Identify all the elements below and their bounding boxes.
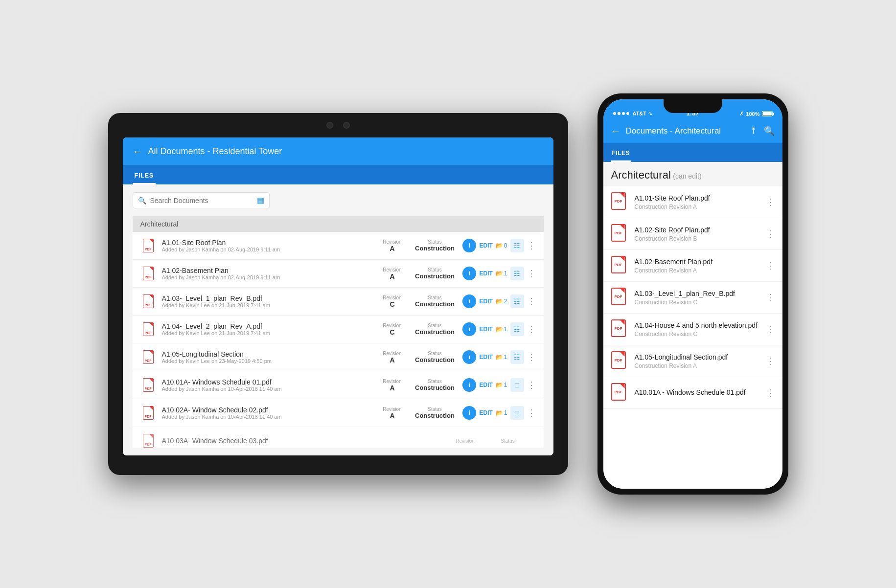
edit-button[interactable]: EDIT	[479, 409, 492, 416]
pdf-icon-body: PDF	[611, 192, 626, 210]
view-button[interactable]: ☷	[510, 350, 524, 364]
view-button[interactable]: ☷	[510, 322, 524, 336]
more-button[interactable]: ⋮	[527, 352, 536, 362]
info-button[interactable]: i	[462, 239, 476, 252]
file-revision: Revision C	[377, 295, 407, 308]
phone-file-info: A1.03-_Level_1_plan_Rev_B.pdf Constructi…	[635, 289, 760, 306]
folder-button[interactable]: 📂 1	[496, 270, 507, 277]
file-actions: i EDIT 📂 1 □ ⋮	[462, 378, 535, 392]
phone-file-name: A1.01-Site Roof Plan.pdf	[635, 194, 760, 203]
edit-button[interactable]: EDIT	[479, 354, 492, 361]
folder-button[interactable]: 📂 1	[496, 382, 507, 388]
edit-button[interactable]: EDIT	[479, 298, 492, 305]
signal-dot-4	[626, 112, 629, 115]
phone-header: ← Documents - Architectural ⤒ 🔍	[603, 119, 782, 143]
search-bar: 🔍 ▦	[133, 192, 270, 208]
file-status: Status Construction	[413, 323, 457, 336]
more-button[interactable]: ⋮	[527, 296, 536, 307]
search-input[interactable]	[150, 197, 253, 204]
more-button[interactable]: ⋮	[527, 324, 536, 335]
edit-button[interactable]: EDIT	[479, 382, 492, 388]
view-button[interactable]: ☷	[510, 239, 524, 252]
folder-button[interactable]: 📂 1	[496, 409, 507, 416]
tablet-camera-row	[326, 122, 350, 129]
phone-file-info: A1.02-Basement Plan.pdf Construction Rev…	[635, 257, 760, 274]
tablet-tab-bar: FILES	[123, 165, 553, 184]
share-icon[interactable]: ⤒	[750, 126, 757, 136]
more-button[interactable]: ⋮	[766, 387, 775, 398]
pdf-icon: PDF	[143, 350, 154, 364]
view-button[interactable]: ☷	[510, 267, 524, 280]
file-meta: Added by Jason Kamha on 10-Apr-2018 11:4…	[162, 386, 372, 392]
folder-button[interactable]: 📂 2	[496, 298, 507, 305]
more-button[interactable]: ⋮	[527, 380, 536, 390]
file-name: A10.01A- Windows Schedule 01.pdf	[162, 378, 372, 386]
info-button[interactable]: i	[462, 322, 476, 336]
section-header: Architectural	[133, 216, 544, 232]
more-button[interactable]: ⋮	[527, 240, 536, 251]
pdf-icon: PDF	[143, 378, 154, 392]
info-button[interactable]: i	[462, 406, 476, 420]
more-button[interactable]: ⋮	[527, 268, 536, 279]
view-button[interactable]: □	[510, 406, 524, 420]
edit-button[interactable]: EDIT	[479, 326, 492, 333]
tab-files[interactable]: FILES	[133, 168, 156, 184]
file-status: Status Construction	[413, 267, 457, 280]
more-button[interactable]: ⋮	[766, 324, 775, 335]
file-name: A10.02A- Window Schedule 02.pdf	[162, 406, 372, 414]
file-info: A1.01-Site Roof Plan Added by Jason Kamh…	[162, 239, 372, 252]
table-row: PDF A1.04-_Level_2_plan_Rev_A.pdf Added …	[133, 316, 544, 343]
pdf-icon-body: PDF	[611, 319, 626, 337]
info-button[interactable]: i	[462, 267, 476, 280]
more-button[interactable]: ⋮	[766, 356, 775, 366]
file-revision: Revision A	[377, 239, 407, 252]
table-row: PDF A10.02A- Window Schedule 02.pdf Adde…	[133, 399, 544, 427]
file-meta: Added by Jason Kamha on 02-Aug-2019 9:11…	[162, 247, 372, 252]
pdf-icon: PDF	[611, 192, 629, 212]
pdf-icon-body: PDF	[611, 351, 626, 369]
info-button[interactable]: i	[462, 294, 476, 308]
more-button[interactable]: ⋮	[766, 260, 775, 271]
file-icon: PDF	[140, 348, 156, 366]
view-button[interactable]: ☷	[510, 294, 524, 308]
status-left: AT&T ∿	[613, 110, 653, 117]
phone-file-meta: Construction Revision A	[635, 267, 760, 274]
file-name: A1.03-_Level_1_plan_Rev_B.pdf	[162, 294, 372, 302]
file-info: A10.01A- Windows Schedule 01.pdf Added b…	[162, 378, 372, 392]
tab-files[interactable]: FILES	[611, 146, 631, 162]
info-button[interactable]: i	[462, 378, 476, 392]
file-actions: i EDIT 📂 1 ☷ ⋮	[462, 322, 535, 336]
more-button[interactable]: ⋮	[766, 228, 775, 239]
file-info: A1.02-Basement Plan Added by Jason Kamha…	[162, 267, 372, 280]
filter-icon[interactable]: ▦	[257, 196, 264, 205]
phone-file-info: A1.01-Site Roof Plan.pdf Construction Re…	[635, 194, 760, 210]
signal-dot-3	[622, 112, 625, 115]
folder-button[interactable]: 📂 1	[496, 354, 507, 361]
file-info: A10.02A- Window Schedule 02.pdf Added by…	[162, 406, 372, 420]
more-button[interactable]: ⋮	[766, 197, 775, 207]
edit-button[interactable]: EDIT	[479, 270, 492, 277]
folder-button[interactable]: 📂 0	[496, 242, 507, 249]
more-button[interactable]: ⋮	[527, 407, 536, 418]
folder-button[interactable]: 📂 1	[496, 326, 507, 333]
search-icon[interactable]: 🔍	[764, 126, 775, 136]
file-status: Status Construction	[413, 351, 457, 363]
file-icon: PDF	[140, 265, 156, 282]
battery-fill	[763, 112, 772, 115]
phone-back-button[interactable]: ←	[611, 126, 621, 137]
phone-notch	[664, 99, 722, 113]
edit-button[interactable]: EDIT	[479, 242, 492, 249]
list-item: PDF A10.01A - Windows Schedule 01.pdf ⋮	[603, 377, 782, 409]
tablet-back-button[interactable]: ←	[133, 146, 142, 157]
phone-header-icons: ⤒ 🔍	[750, 126, 775, 136]
phone-device: AT&T ∿ 1:57 ✗ 100% ← Documents - Archite…	[597, 93, 788, 495]
file-icon: PDF	[140, 237, 156, 254]
phone-file-info: A1.05-Longitudinal Section.pdf Construct…	[635, 353, 760, 369]
list-item: PDF A1.04-House 4 and 5 north elevation.…	[603, 314, 782, 345]
phone-inner: AT&T ∿ 1:57 ✗ 100% ← Documents - Archite…	[603, 99, 782, 489]
list-item: PDF A1.02-Site Roof Plan.pdf Constructio…	[603, 218, 782, 250]
info-button[interactable]: i	[462, 350, 476, 364]
more-button[interactable]: ⋮	[766, 292, 775, 303]
view-button[interactable]: □	[510, 378, 524, 392]
phone-file-name: A1.05-Longitudinal Section.pdf	[635, 353, 760, 362]
